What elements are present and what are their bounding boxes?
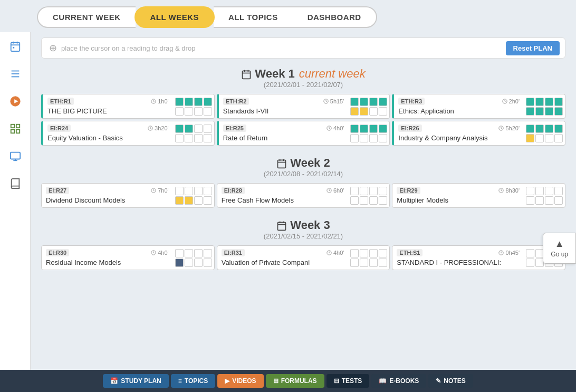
top-nav: CURRENT WEEK ALL WEEKS ALL TOPICS DASHBO… <box>0 0 576 32</box>
reading-code: EI:R29 <box>397 187 420 194</box>
week-section-3: Week 3(2021/02/15 - 2021/02/21)EI:R304h0… <box>41 218 565 270</box>
reading-progress <box>524 94 565 118</box>
reading-card-3-1-2[interactable]: EI:R314h0'Valuation of Private Compani <box>217 245 390 270</box>
toolbar-notes[interactable]: ✎ NOTES <box>428 374 473 388</box>
reading-card-1-1-2[interactable]: ETH:R25h15'Standards I-VII <box>217 94 390 119</box>
reading-time: 1h0' <box>151 98 168 104</box>
reading-card-2-1-2[interactable]: EI:R286h0'Free Cash Flow Models <box>217 183 390 208</box>
book-icon: 📖 <box>379 377 387 385</box>
sidebar <box>0 32 31 370</box>
sidebar-calendar-icon[interactable] <box>6 37 24 55</box>
reading-card-1-2-2[interactable]: EI:R254h0'Rate of Return <box>217 121 390 146</box>
toolbar-formulas[interactable]: ⊞ FORMULAS <box>266 374 324 388</box>
reading-time: 4h0' <box>327 250 344 256</box>
svg-rect-13 <box>16 130 19 133</box>
reading-card-3-1-1[interactable]: EI:R304h0'Residual Income Models <box>41 245 215 270</box>
reading-code: ETH:R2 <box>223 98 249 105</box>
reading-title: Standards I-VII <box>223 107 344 115</box>
reading-progress <box>524 184 565 207</box>
toolbar-topics[interactable]: ≡ TOPICS <box>171 374 215 388</box>
list-icon: ≡ <box>178 377 182 385</box>
week-title-3: Week 3 <box>41 218 565 232</box>
week-section-2: Week 2(2021/02/08 - 2021/02/14)EI:R277h0… <box>41 156 565 208</box>
svg-rect-27 <box>278 160 286 168</box>
reading-code: EI:R27 <box>46 187 69 194</box>
reading-card-3-1-3[interactable]: ETH:S10h45'STANDARD I - PROFESSIONALI: <box>392 245 565 270</box>
sidebar-play-icon[interactable] <box>6 92 24 110</box>
reading-title: Industry & Company Analysis <box>398 134 520 142</box>
sidebar-book-icon[interactable] <box>6 175 24 193</box>
tab-dashboard[interactable]: DASHBOARD <box>293 6 377 28</box>
svg-rect-12 <box>11 130 14 133</box>
sidebar-grid-icon[interactable] <box>6 120 24 138</box>
svg-rect-34 <box>278 223 286 231</box>
reading-time: 6h0' <box>327 187 344 194</box>
go-up-label: Go up <box>551 251 568 258</box>
reading-progress <box>173 246 214 270</box>
toolbar-tests[interactable]: ⊟ TESTS <box>327 374 370 388</box>
reading-time: 4h0' <box>327 125 344 131</box>
sidebar-monitor-icon[interactable] <box>6 147 24 165</box>
reading-title: Ethics: Application <box>398 107 520 115</box>
content-area: ⊕ place the cursor on a reading to drag … <box>31 32 576 291</box>
main-layout: ⊕ place the cursor on a reading to drag … <box>0 32 576 370</box>
reading-title: Residual Income Models <box>46 259 169 266</box>
reset-plan-button[interactable]: Reset PLAN <box>506 41 560 55</box>
chevron-up-icon: ▲ <box>551 238 568 250</box>
toolbar-ebooks[interactable]: 📖 E-BOOKS <box>371 374 426 388</box>
reading-title: THE BIG PICTURE <box>47 107 169 115</box>
go-up-button[interactable]: ▲ Go up <box>543 233 576 264</box>
reading-title: Valuation of Private Compani <box>222 259 344 266</box>
tab-all-weeks[interactable]: ALL WEEKS <box>135 6 215 28</box>
reading-card-1-2-3[interactable]: EI:R265h20'Industry & Company Analysis <box>392 121 565 146</box>
week-header-1: Week 1current week(2021/02/01 - 2021/02/… <box>41 67 565 89</box>
calendar-icon: 📅 <box>110 377 118 385</box>
reading-code: EI:R26 <box>398 125 421 132</box>
bottom-toolbar: 📅 STUDY PLAN ≡ TOPICS ▶ VIDEOS ⊞ FORMULA… <box>0 370 576 392</box>
tab-current-week[interactable]: CURRENT WEEK <box>37 6 136 28</box>
reading-card-2-1-3[interactable]: EI:R298h30'Multiplier Models <box>392 183 565 208</box>
reading-time: 5h15' <box>323 98 344 104</box>
svg-rect-14 <box>10 152 20 159</box>
reading-row-1-1: ETH:R11h0'THE BIG PICTUREETH:R25h15'Stan… <box>41 94 565 119</box>
reading-card-1-1-3[interactable]: ETH:R32h0'Ethics: Application <box>392 94 565 119</box>
sidebar-list-icon[interactable] <box>6 65 24 83</box>
week-header-2: Week 2(2021/02/08 - 2021/02/14) <box>41 156 565 178</box>
reading-card-1-2-1[interactable]: EI:R243h20'Equity Valuation - Basics <box>41 121 215 146</box>
reading-code: ETH:R3 <box>398 98 425 105</box>
reading-progress <box>348 94 389 118</box>
reading-code: EI:R24 <box>47 125 71 132</box>
toolbar-study-plan[interactable]: 📅 STUDY PLAN <box>103 374 168 388</box>
reading-code: EI:R30 <box>46 249 69 256</box>
reading-card-1-1-1[interactable]: ETH:R11h0'THE BIG PICTURE <box>41 94 215 119</box>
reading-time: 2h0' <box>502 98 520 104</box>
week-header-3: Week 3(2021/02/15 - 2021/02/21) <box>41 218 565 240</box>
reading-progress <box>173 184 214 207</box>
svg-rect-10 <box>11 125 14 128</box>
reading-row-3-1: EI:R304h0'Residual Income ModelsEI:R314h… <box>41 245 565 270</box>
reading-time: 7h0' <box>151 187 168 194</box>
reading-progress <box>524 121 565 145</box>
reading-title: Dividend Discount Models <box>46 196 169 204</box>
toolbar-videos[interactable]: ▶ VIDEOS <box>217 374 263 388</box>
reading-time: 3h20' <box>148 125 169 131</box>
svg-rect-0 <box>11 43 20 52</box>
week-dates-3: (2021/02/15 - 2021/02/21) <box>41 232 565 240</box>
week-title-2: Week 2 <box>41 156 565 170</box>
reading-row-1-2: EI:R243h20'Equity Valuation - BasicsEI:R… <box>41 121 565 146</box>
week-dates-2: (2021/02/08 - 2021/02/14) <box>41 170 565 178</box>
reading-code: ETH:R1 <box>47 98 74 105</box>
reading-progress <box>348 184 389 207</box>
reading-code: ETH:S1 <box>397 249 423 256</box>
week-section-1: Week 1current week(2021/02/01 - 2021/02/… <box>41 67 565 146</box>
svg-rect-17 <box>243 71 251 79</box>
notes-icon: ✎ <box>436 377 441 385</box>
weeks-container: Week 1current week(2021/02/01 - 2021/02/… <box>41 67 565 270</box>
reading-code: EI:R31 <box>222 249 245 256</box>
reading-card-2-1-1[interactable]: EI:R277h0'Dividend Discount Models <box>41 183 215 208</box>
tab-all-topics[interactable]: ALL TOPICS <box>214 6 293 28</box>
reading-time: 0h45' <box>498 250 520 256</box>
reading-title: STANDARD I - PROFESSIONALI: <box>397 259 520 266</box>
reading-progress <box>348 246 389 270</box>
reading-title: Equity Valuation - Basics <box>47 134 169 142</box>
